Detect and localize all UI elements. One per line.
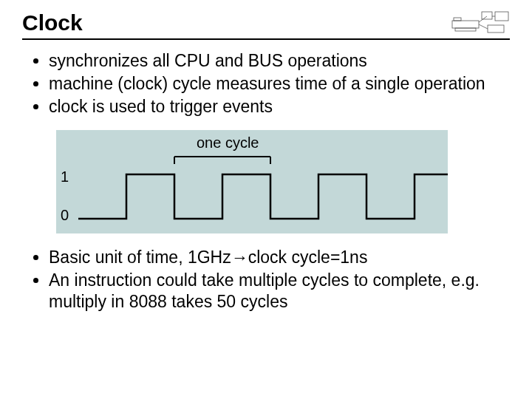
svg-rect-0 xyxy=(452,21,479,28)
clock-waveform-diagram: one cycle 1 0 xyxy=(56,130,448,233)
list-item: clock is used to trigger events xyxy=(49,96,510,117)
list-item: An instruction could take multiple cycle… xyxy=(49,270,510,313)
list-item: machine (clock) cycle measures time of a… xyxy=(49,73,510,95)
svg-rect-5 xyxy=(488,25,504,33)
list-item: synchronizes all CPU and BUS operations xyxy=(49,50,510,72)
header: Clock xyxy=(22,10,510,40)
bullet-list-bottom: Basic unit of time, 1GHz→clock cycle=1ns… xyxy=(30,247,510,312)
level-high-label: 1 xyxy=(61,168,69,185)
slide: Clock synchronizes all CPU and BUS opera… xyxy=(0,0,532,329)
svg-line-6 xyxy=(479,24,488,29)
one-cycle-label: one cycle xyxy=(197,134,259,151)
svg-rect-1 xyxy=(454,18,461,21)
svg-rect-2 xyxy=(455,28,476,31)
bullet-list-top: synchronizes all CPU and BUS operations … xyxy=(30,50,510,117)
list-item: Basic unit of time, 1GHz→clock cycle=1ns xyxy=(49,247,510,268)
svg-rect-3 xyxy=(482,12,492,19)
computer-diagram-icon xyxy=(451,10,510,35)
svg-rect-4 xyxy=(495,12,508,21)
level-low-label: 0 xyxy=(61,207,69,224)
page-title: Clock xyxy=(22,10,83,35)
